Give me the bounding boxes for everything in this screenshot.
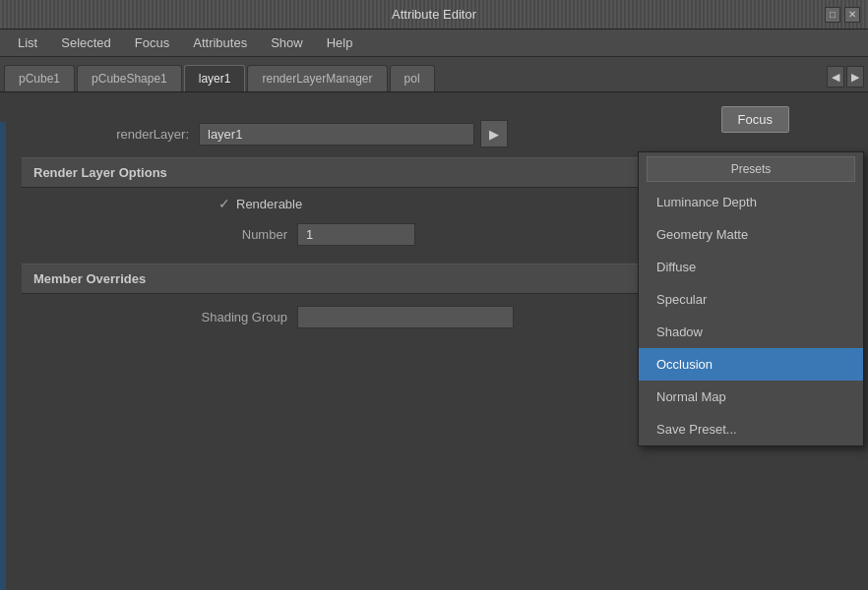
dropdown-item-luminance-depth[interactable]: Luminance Depth xyxy=(639,186,863,218)
dropdown-item-occlusion[interactable]: Occlusion xyxy=(639,348,863,381)
renderable-label: Renderable xyxy=(236,197,302,211)
dropdown-item-normal-map[interactable]: Normal Map xyxy=(639,381,863,413)
menu-attributes[interactable]: Attributes xyxy=(183,31,257,54)
tab-strip: pCube1 pCubeShape1 layer1 renderLayerMan… xyxy=(0,57,868,92)
title-bar: Attribute Editor □ ✕ xyxy=(0,0,868,30)
shading-group-input[interactable] xyxy=(297,306,514,328)
tab-pcubeshape1[interactable]: pCubeShape1 xyxy=(77,65,182,91)
presets-button[interactable]: Presets xyxy=(647,156,855,182)
menu-bar: List Selected Focus Attributes Show Help xyxy=(0,30,868,57)
dropdown-item-geometry-matte[interactable]: Geometry Matte xyxy=(639,218,863,251)
render-layer-icon[interactable]: ▶ xyxy=(480,120,508,148)
tab-layer1[interactable]: layer1 xyxy=(184,65,246,91)
minimize-button[interactable]: □ xyxy=(825,7,840,23)
number-label: Number xyxy=(22,227,297,242)
menu-help[interactable]: Help xyxy=(317,31,363,54)
dropdown-menu: Presets Luminance Depth Geometry Matte D… xyxy=(638,151,864,446)
tab-nav-left[interactable]: ◀ xyxy=(827,66,844,88)
tab-pol[interactable]: pol xyxy=(390,65,435,91)
tab-nav-right[interactable]: ▶ xyxy=(846,66,864,88)
focus-button[interactable]: Focus xyxy=(721,106,789,133)
dropdown-item-save-preset[interactable]: Save Preset... xyxy=(639,413,863,445)
title-text: Attribute Editor xyxy=(392,7,476,22)
main-content: Focus renderLayer: ▶ Render Layer Option… xyxy=(0,92,868,590)
dropdown-item-shadow[interactable]: Shadow xyxy=(639,316,863,348)
menu-selected[interactable]: Selected xyxy=(51,31,121,54)
tab-renderlayermanager[interactable]: renderLayerManager xyxy=(247,65,387,91)
menu-focus[interactable]: Focus xyxy=(125,31,179,54)
tab-pcube1[interactable]: pCube1 xyxy=(4,65,75,91)
dropdown-item-diffuse[interactable]: Diffuse xyxy=(639,251,863,283)
number-input[interactable] xyxy=(297,223,415,246)
render-layer-input[interactable] xyxy=(199,123,474,146)
left-border-accent xyxy=(0,122,6,590)
render-layer-label: renderLayer: xyxy=(22,127,199,142)
checkmark-icon: ✓ xyxy=(218,196,230,211)
shading-group-label: Shading Group xyxy=(22,310,297,324)
menu-show[interactable]: Show xyxy=(261,31,313,54)
dropdown-item-specular[interactable]: Specular xyxy=(639,283,863,316)
close-button[interactable]: ✕ xyxy=(844,7,860,23)
menu-list[interactable]: List xyxy=(8,31,47,54)
arrow-right-icon: ▶ xyxy=(489,127,499,142)
